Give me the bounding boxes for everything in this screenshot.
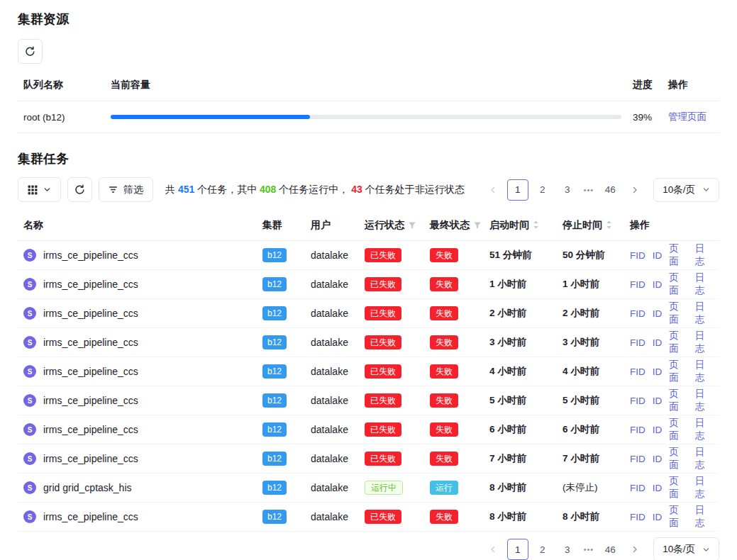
page-ellipsis[interactable]: ••• (582, 545, 597, 554)
task-action-页面-link[interactable]: 页面 (669, 271, 687, 297)
run-status-badge: 运行中 (365, 481, 403, 495)
chevron-right-icon (631, 545, 639, 554)
task-action-日志-link[interactable]: 日志 (695, 301, 714, 326)
page-button-2[interactable]: 2 (532, 539, 553, 560)
task-action-fid-link[interactable]: FID (630, 279, 645, 290)
final-status-badge: 运行 (430, 481, 458, 495)
task-name-cell: Sirms_ce_pipeline_ccs (18, 415, 257, 444)
task-type-avatar: S (23, 481, 36, 494)
task-actions-cell: FIDID页面日志 (624, 328, 719, 357)
user-cell: datalake (305, 415, 359, 444)
task-action-日志-link[interactable]: 日志 (695, 417, 714, 442)
task-action-页面-link[interactable]: 页面 (669, 359, 687, 384)
sort-icon[interactable] (533, 220, 539, 230)
page-button-46[interactable]: 46 (599, 539, 621, 560)
task-name: irms_ce_pipeline_ccs (43, 366, 138, 377)
task-action-id-link[interactable]: ID (653, 512, 663, 522)
task-action-fid-link[interactable]: FID (630, 250, 645, 261)
task-name: irms_ce_pipeline_ccs (43, 250, 138, 261)
task-action-日志-link[interactable]: 日志 (695, 359, 714, 384)
page-ellipsis[interactable]: ••• (582, 186, 597, 194)
cluster-badge: b12 (262, 248, 287, 262)
cluster-badge: b12 (262, 335, 287, 349)
task-row: Sirms_ce_pipeline_ccsb12datalake已失败失败1 小… (18, 270, 719, 299)
filter-lines-icon (109, 185, 118, 194)
next-page-button[interactable] (624, 539, 645, 560)
task-action-页面-link[interactable]: 页面 (669, 504, 687, 530)
task-action-id-link[interactable]: ID (653, 454, 663, 464)
page-button-46[interactable]: 46 (599, 179, 621, 201)
refresh-resources-button[interactable] (18, 39, 43, 64)
capacity-cell (105, 101, 627, 133)
cluster-tasks-table: 名称 集群 用户 运行状态 最终状态 启动时间 停止时间 操作 Sirms_ce… (18, 211, 719, 532)
page-size-select[interactable]: 10条/页 (653, 537, 719, 560)
task-action-fid-link[interactable]: FID (630, 483, 645, 493)
task-type-avatar: S (23, 307, 36, 320)
chevron-down-icon (43, 186, 51, 194)
cluster-badge: b12 (262, 393, 287, 408)
start-time-cell: 6 小时前 (484, 415, 557, 444)
filter-funnel-icon[interactable] (408, 221, 416, 230)
task-action-id-link[interactable]: ID (653, 308, 663, 319)
task-action-日志-link[interactable]: 日志 (695, 446, 714, 471)
task-action-fid-link[interactable]: FID (630, 396, 645, 406)
final-status-cell: 失败 (424, 328, 484, 357)
prev-page-button[interactable] (482, 539, 504, 560)
task-count-summary: 共 451 个任务，其中 408 个任务运行中， 43 个任务处于非运行状态 (165, 184, 465, 196)
task-action-fid-link[interactable]: FID (630, 308, 645, 319)
task-action-fid-link[interactable]: FID (630, 512, 645, 522)
task-action-fid-link[interactable]: FID (630, 337, 645, 348)
task-action-id-link[interactable]: ID (653, 483, 663, 493)
task-action-页面-link[interactable]: 页面 (669, 446, 687, 471)
prev-page-button[interactable] (482, 179, 504, 201)
task-action-id-link[interactable]: ID (653, 279, 663, 290)
run-status-badge: 已失败 (365, 335, 401, 349)
task-action-id-link[interactable]: ID (653, 337, 663, 348)
task-action-日志-link[interactable]: 日志 (695, 271, 714, 297)
task-action-日志-link[interactable]: 日志 (695, 242, 714, 268)
next-page-button[interactable] (624, 179, 645, 201)
col-run-status: 运行状态 (359, 211, 424, 241)
task-action-页面-link[interactable]: 页面 (669, 475, 687, 500)
task-name-cell: Sgrid grid_cptask_his (18, 474, 257, 503)
task-action-id-link[interactable]: ID (653, 425, 663, 435)
task-action-页面-link[interactable]: 页面 (669, 388, 687, 413)
page-size-select[interactable]: 10条/页 (653, 178, 719, 202)
page-button-3[interactable]: 3 (557, 539, 578, 560)
page-button-1[interactable]: 1 (507, 539, 528, 560)
page-button-2[interactable]: 2 (532, 179, 553, 201)
task-action-页面-link[interactable]: 页面 (669, 301, 687, 326)
page-button-3[interactable]: 3 (557, 179, 578, 201)
task-action-fid-link[interactable]: FID (630, 425, 645, 435)
task-action-页面-link[interactable]: 页面 (669, 330, 687, 355)
manage-page-link[interactable]: 管理页面 (668, 111, 706, 122)
task-row: Sirms_ce_pipeline_ccsb12datalake已失败失败51 … (18, 241, 719, 270)
start-time-cell: 5 小时前 (484, 386, 557, 415)
running-task-count: 408 (260, 184, 276, 195)
sort-icon[interactable] (606, 220, 612, 230)
task-type-avatar: S (23, 336, 36, 349)
column-settings-button[interactable] (18, 177, 61, 202)
filter-funnel-icon[interactable] (473, 221, 482, 230)
page-button-1[interactable]: 1 (507, 179, 528, 201)
task-actions-cell: FIDID页面日志 (624, 357, 719, 386)
task-action-日志-link[interactable]: 日志 (695, 504, 714, 530)
filter-button[interactable]: 筛选 (99, 177, 153, 202)
user-cell: datalake (305, 241, 359, 270)
task-row: Sirms_ce_pipeline_ccsb12datalake已失败失败2 小… (18, 299, 719, 328)
task-action-fid-link[interactable]: FID (630, 366, 645, 377)
task-action-id-link[interactable]: ID (653, 396, 663, 406)
resource-actions-cell: 管理页面 (663, 101, 719, 133)
col-task-action: 操作 (624, 211, 719, 241)
task-action-id-link[interactable]: ID (653, 366, 663, 377)
task-action-fid-link[interactable]: FID (630, 454, 645, 464)
cluster-cell: b12 (257, 474, 305, 503)
task-action-日志-link[interactable]: 日志 (695, 330, 714, 355)
task-action-id-link[interactable]: ID (653, 250, 663, 261)
task-action-页面-link[interactable]: 页面 (669, 242, 687, 268)
refresh-tasks-button[interactable] (67, 177, 92, 202)
stop-time-cell: 1 小时前 (557, 270, 624, 299)
task-action-日志-link[interactable]: 日志 (695, 388, 714, 413)
task-action-日志-link[interactable]: 日志 (695, 475, 714, 500)
task-action-页面-link[interactable]: 页面 (669, 417, 687, 442)
